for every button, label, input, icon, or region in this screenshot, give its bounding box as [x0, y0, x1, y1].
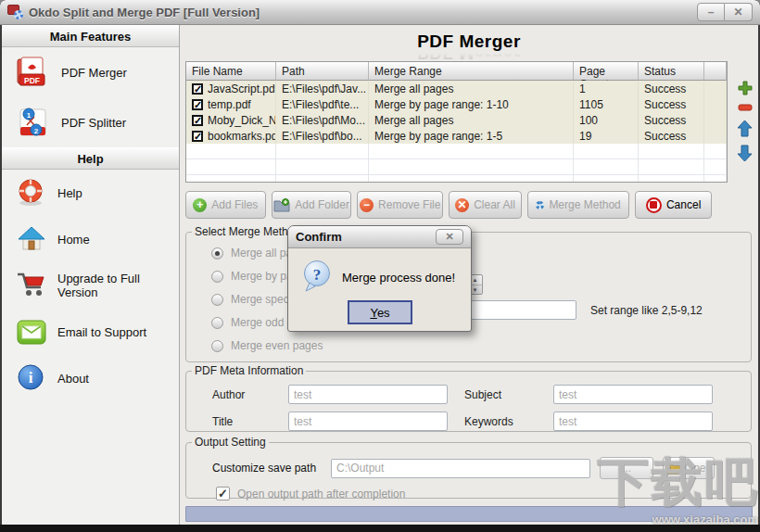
sidebar-item-pdf-splitter[interactable]: 1 2 PDF Splitter [2, 97, 179, 147]
cell-page-count: 100 [574, 112, 639, 128]
sidebar-item-label: Email to Support [57, 325, 146, 339]
minimize-button[interactable]: – [697, 3, 725, 21]
cell-path: E:\Files\pdf\Jav... [276, 81, 369, 96]
column-header-filler [704, 62, 727, 81]
checkbox-checked-icon[interactable]: ✓ [216, 487, 230, 500]
plus-icon: + [193, 198, 207, 212]
empty-table-row [186, 175, 727, 183]
cell-status: Success [639, 128, 704, 144]
table-row[interactable]: ✓JavaScript.pdf E:\Files\pdf\Jav... Merg… [186, 81, 727, 96]
open-button-label: Open [685, 462, 712, 475]
cell-path: E:\Files\pdf\te... [276, 96, 369, 112]
browse-button[interactable]: ... [600, 457, 653, 479]
radio-merge-even-pages[interactable]: Merge even pages [211, 337, 751, 354]
svg-text:2: 2 [34, 127, 39, 135]
title-field[interactable] [288, 412, 448, 431]
cell-page-count: 1105 [574, 96, 639, 112]
open-button[interactable]: Open [663, 457, 715, 479]
sidebar-item-about[interactable]: i About [2, 355, 179, 401]
radio-icon[interactable] [211, 317, 223, 329]
cell-file-name: Moby_Dick_N... [208, 114, 276, 127]
column-header-path[interactable]: Path [276, 62, 369, 81]
radio-icon[interactable] [211, 271, 223, 283]
svg-text:PDF: PDF [24, 76, 40, 85]
sidebar-item-label: PDF Splitter [61, 116, 126, 130]
svg-text:i: i [29, 369, 33, 386]
table-row[interactable]: ✓Moby_Dick_N... E:\Files\pdf\Mo... Merge… [186, 112, 727, 128]
confirm-dialog: Confirm ✕ ? Merge process done! Yes [287, 225, 472, 332]
sidebar-item-upgrade[interactable]: Upgrade to Full Version [2, 262, 179, 309]
sidebar: Main Features PDF PDF Merger [2, 25, 180, 525]
table-row[interactable]: ✓bookmarks.pdf E:\Files\pdf\bo... Merge … [186, 128, 727, 144]
column-header-merge-range[interactable]: Merge Range [369, 62, 574, 81]
cell-path: E:\Files\pdf\Mo... [276, 112, 369, 128]
folder-plus-icon [273, 198, 290, 212]
pdf-meta-legend: PDF Meta Information [192, 364, 306, 377]
cell-path: E:\Files\pdf\bo... [276, 128, 369, 144]
title-label: Title [212, 415, 272, 428]
column-header-file-name[interactable]: File Name [186, 62, 276, 81]
sidebar-item-label: Home [57, 233, 90, 247]
sidebar-item-label: About [57, 372, 89, 386]
file-table: File Name Path Merge Range Page Count St… [185, 61, 728, 183]
row-checkbox[interactable]: ✓ [192, 115, 203, 126]
sidebar-item-pdf-merger[interactable]: PDF PDF Merger [2, 47, 179, 97]
cancel-button[interactable]: Cancel [635, 191, 712, 219]
lifebuoy-icon [16, 178, 47, 208]
app-window: Okdo Split and Merge PDF [Full Version] … [0, 0, 760, 532]
subject-field[interactable] [553, 385, 713, 404]
author-label: Author [212, 388, 272, 401]
open-folder-icon [665, 462, 681, 475]
add-folder-button[interactable]: Add Folder [272, 191, 352, 219]
clear-all-button[interactable]: ✕ Clear All [449, 191, 522, 219]
radio-icon[interactable] [211, 340, 223, 352]
sidebar-item-label: Upgrade to Full Version [57, 272, 175, 299]
move-down-icon[interactable] [737, 145, 753, 162]
table-row[interactable]: ✓temp.pdf E:\Files\pdf\te... Merge by pa… [186, 96, 727, 112]
dialog-title-bar: Confirm ✕ [288, 226, 471, 248]
cell-merge-range: Merge by page range: 1-10 [369, 96, 574, 112]
dialog-title: Confirm [296, 230, 342, 244]
output-setting-group: Output Setting Customize save path ... O… [185, 436, 752, 499]
empty-table-row [186, 159, 727, 175]
window-bottom-edge [0, 525, 760, 532]
column-header-status[interactable]: Status [639, 62, 704, 81]
remove-file-button[interactable]: − Remove File [357, 191, 443, 219]
clear-all-label: Clear All [474, 198, 515, 211]
dialog-close-button[interactable]: ✕ [436, 229, 463, 245]
minus-icon: − [360, 198, 374, 212]
remove-row-icon[interactable] [738, 103, 753, 112]
keywords-field[interactable] [553, 412, 713, 431]
cell-page-count: 19 [574, 128, 639, 144]
app-icon [7, 5, 23, 19]
row-checkbox[interactable]: ✓ [192, 131, 203, 142]
open-after-completion-row[interactable]: ✓ Open output path after completion [216, 487, 751, 500]
radio-icon[interactable] [211, 294, 223, 306]
home-icon [16, 224, 47, 254]
row-checkbox[interactable]: ✓ [192, 99, 203, 110]
add-folder-label: Add Folder [295, 198, 349, 211]
title-bar: Okdo Split and Merge PDF [Full Version] … [0, 0, 760, 25]
save-path-input[interactable] [331, 459, 590, 478]
add-files-button[interactable]: + Add Files [185, 191, 266, 219]
sidebar-item-help[interactable]: Help [2, 170, 179, 216]
close-button[interactable]: ✕ [725, 3, 753, 21]
add-row-icon[interactable] [738, 81, 753, 95]
row-checkbox[interactable]: ✓ [192, 83, 203, 95]
email-icon [16, 317, 47, 347]
dialog-message: Merge process done! [342, 271, 455, 285]
sidebar-item-label: PDF Merger [61, 66, 127, 80]
yes-button[interactable]: Yes [348, 300, 412, 324]
table-header-row: File Name Path Merge Range Page Count St… [186, 62, 727, 81]
gear-icon [536, 201, 544, 209]
sidebar-item-home[interactable]: Home [2, 216, 179, 262]
merge-method-button[interactable]: Merge Method [527, 191, 629, 219]
sidebar-item-email[interactable]: Email to Support [2, 309, 179, 355]
info-icon: i [16, 363, 47, 393]
radio-icon[interactable] [211, 247, 223, 260]
author-field[interactable] [288, 385, 448, 404]
column-header-page-count[interactable]: Page Count [574, 62, 639, 81]
cell-status: Success [639, 112, 704, 128]
progress-bar [185, 506, 753, 522]
move-up-icon[interactable] [737, 120, 753, 137]
